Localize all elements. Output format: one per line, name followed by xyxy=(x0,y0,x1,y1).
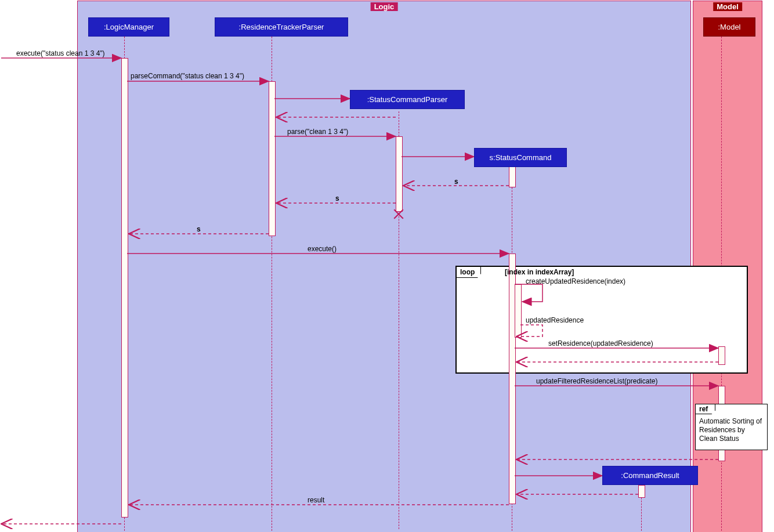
msg-execute-cmd: execute() xyxy=(308,245,337,253)
destroy-status-command-parser-icon xyxy=(392,208,405,220)
msg-return-s1: s xyxy=(454,178,458,186)
msg-return-s3: s xyxy=(197,225,201,233)
participant-status-command: s:StatusCommand xyxy=(474,148,567,167)
msg-parse: parse("clean 1 3 4") xyxy=(287,128,348,136)
msg-updated-residence: updatedResidence xyxy=(526,316,584,324)
msg-return-s2: s xyxy=(335,194,339,202)
arrows-layer xyxy=(0,0,774,532)
sequence-diagram: Logic Model :LogicManager :ResidenceTrac… xyxy=(0,0,774,532)
participant-model: :Model xyxy=(703,17,755,37)
participant-residence-tracker-parser: :ResidenceTrackerParser xyxy=(215,17,348,37)
msg-update-filtered: updateFilteredResidenceList(predicate) xyxy=(536,377,657,385)
msg-execute: execute("status clean 1 3 4") xyxy=(16,49,105,57)
loop-guard: [index in indexArray] xyxy=(505,268,574,276)
participant-command-result: :CommandResult xyxy=(602,466,698,485)
msg-parse-command: parseCommand("status clean 1 3 4") xyxy=(131,72,244,80)
msg-result: result xyxy=(308,496,324,504)
msg-set-residence: setResidence(updatedResidence) xyxy=(548,339,653,348)
msg-create-updated: createUpdatedResidence(index) xyxy=(526,277,625,285)
participant-status-command-parser: :StatusCommandParser xyxy=(350,90,465,109)
participant-logic-manager: :LogicManager xyxy=(88,17,169,37)
